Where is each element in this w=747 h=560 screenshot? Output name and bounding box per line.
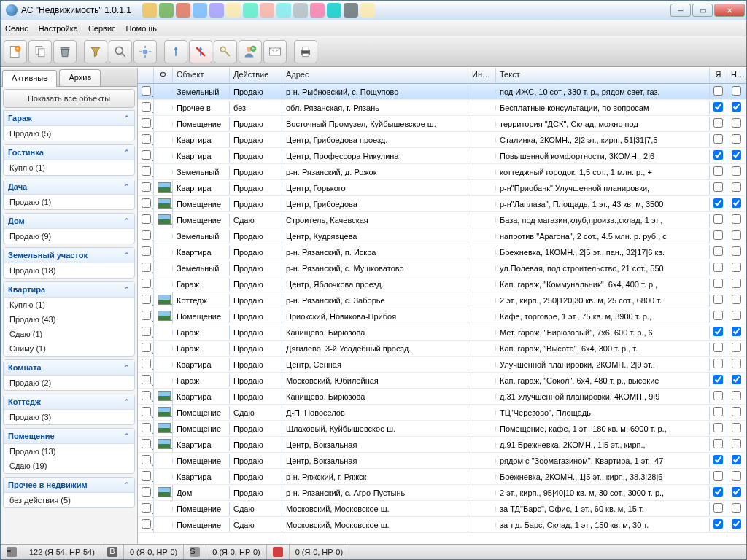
row-checkbox[interactable] (142, 166, 151, 176)
row-checkbox[interactable] (142, 407, 151, 416)
row-checkbox[interactable] (142, 134, 151, 144)
collapse-icon[interactable]: ⌃ (124, 114, 130, 122)
ya-checkbox[interactable] (713, 118, 723, 128)
hp-checkbox[interactable] (732, 118, 741, 128)
row-checkbox[interactable] (142, 343, 151, 352)
collapse-icon[interactable]: ⌃ (124, 364, 130, 371)
ya-checkbox[interactable] (713, 375, 723, 384)
category-header[interactable]: Помещение⌃ (4, 429, 134, 444)
ya-checkbox[interactable] (713, 327, 723, 336)
table-row[interactable]: ЗемельныйПродаюЦентр, Кудрявцеванапротив… (138, 228, 746, 244)
row-checkbox[interactable] (142, 503, 151, 513)
collapse-icon[interactable]: ⌃ (124, 286, 130, 293)
col-select[interactable] (138, 68, 154, 83)
hp-checkbox[interactable] (732, 423, 741, 432)
col-ya[interactable]: Я (710, 68, 727, 83)
collapse-icon[interactable]: ⌃ (124, 183, 130, 190)
hp-checkbox[interactable] (732, 230, 741, 240)
table-row[interactable]: ПомещениеСдаюМосковский, Московское ш.за… (138, 501, 746, 517)
ya-checkbox[interactable] (713, 262, 723, 272)
tab-archive[interactable]: Архив (59, 69, 101, 86)
table-row[interactable]: КвартираПродаюр-н. Ряжский, г. РяжскБреж… (138, 469, 746, 485)
ya-checkbox[interactable] (713, 359, 723, 368)
ya-checkbox[interactable] (713, 423, 723, 432)
status-b-icon[interactable]: B (101, 545, 124, 559)
hp-checkbox[interactable] (732, 150, 741, 160)
category-item[interactable]: Продаю (1) (4, 195, 134, 209)
row-checkbox[interactable] (142, 455, 151, 464)
table-row[interactable]: Прочее вбезобл. Рязанская, г. РязаньБесп… (138, 100, 746, 116)
col-address[interactable]: Адрес (282, 68, 468, 83)
hp-checkbox[interactable] (732, 343, 741, 352)
table-row[interactable]: ПомещениеПродаюШлаковый, Куйбышевское ш.… (138, 421, 746, 437)
table-row[interactable]: КвартираПродаюЦентр, Профессора Никулина… (138, 148, 746, 164)
menu-settings[interactable]: Настройка (39, 24, 78, 33)
grid-body[interactable]: ЗемельныйПродаюр-н. Рыбновский, с. Пощуп… (138, 84, 746, 544)
hp-checkbox[interactable] (732, 102, 741, 112)
category-item[interactable]: Куплю (1) (4, 160, 134, 175)
new-icon[interactable]: + (4, 40, 27, 63)
row-checkbox[interactable] (142, 198, 151, 208)
category-header[interactable]: Гостинка⌃ (4, 145, 134, 160)
collapse-icon[interactable]: ⌃ (124, 149, 130, 156)
table-row[interactable]: ПомещениеСдаюМосковский, Московское ш.за… (138, 517, 746, 533)
table-row[interactable]: ГаражПродаюДягилево, 3-й Усадебный проез… (138, 341, 746, 357)
category-item[interactable]: Продаю (9) (4, 229, 134, 244)
print-icon[interactable] (294, 40, 317, 63)
table-row[interactable]: ПомещениеСдаюСтроитель, КачевскаяБаза, п… (138, 212, 746, 228)
table-row[interactable]: ГаражПродаюЦентр, Яблочкова проезд.Кап. … (138, 276, 746, 292)
row-checkbox[interactable] (142, 102, 151, 112)
category-header[interactable]: Прочее в недвижим⌃ (4, 478, 134, 493)
col-hp[interactable]: НР (727, 68, 746, 83)
status-s-icon[interactable]: S (184, 545, 206, 559)
category-item[interactable]: Продаю (2) (4, 376, 134, 390)
hp-checkbox[interactable] (732, 182, 741, 192)
category-item[interactable]: Сдаю (1) (4, 327, 134, 341)
ya-checkbox[interactable] (713, 311, 723, 320)
table-row[interactable]: ЗемельныйПродаюр-н. Рязанский, с. Мушков… (138, 260, 746, 276)
hp-checkbox[interactable] (732, 295, 741, 304)
trash-icon[interactable] (53, 40, 77, 63)
hp-checkbox[interactable] (732, 391, 741, 400)
row-checkbox[interactable] (142, 359, 151, 368)
row-checkbox[interactable] (142, 262, 151, 272)
status-list-icon[interactable]: ≡ (1, 545, 23, 559)
collapse-icon[interactable]: ⌃ (124, 398, 130, 405)
row-checkbox[interactable] (142, 375, 151, 384)
col-photo[interactable]: Ф (154, 68, 173, 83)
col-info[interactable]: Инфо (468, 68, 496, 83)
ya-checkbox[interactable] (713, 455, 723, 464)
hp-checkbox[interactable] (732, 455, 741, 464)
col-object[interactable]: Объект (173, 68, 230, 83)
table-row[interactable]: КвартираПродаюЦентр, Грибоедова проезд.С… (138, 132, 746, 148)
col-text[interactable]: Текст (496, 68, 710, 83)
hp-checkbox[interactable] (732, 359, 741, 368)
row-checkbox[interactable] (142, 214, 151, 224)
keys-icon[interactable] (214, 40, 237, 63)
table-row[interactable]: ГаражПродаюКанищево, БирюзоваМет. гараж,… (138, 324, 746, 341)
row-checkbox[interactable] (142, 246, 151, 256)
table-row[interactable]: ПомещениеПродаюПриокский, Новикова-Прибо… (138, 308, 746, 324)
category-item[interactable]: без действия (5) (4, 493, 134, 508)
ya-checkbox[interactable] (713, 439, 723, 448)
titlebar[interactable]: АС "Недвижимость" 1.0.1.1 ─ ▭ ✕ (1, 1, 746, 20)
row-checkbox[interactable] (142, 487, 151, 497)
category-header[interactable]: Квартира⌃ (4, 282, 134, 298)
row-checkbox[interactable] (142, 118, 151, 128)
category-item[interactable]: Сдаю (19) (4, 459, 134, 473)
table-row[interactable]: ГаражПродаюМосковский, ЮбилейнаяКап. гар… (138, 373, 746, 389)
row-checkbox[interactable] (142, 519, 151, 529)
pin-icon[interactable] (164, 40, 187, 63)
mail-icon[interactable] (263, 40, 287, 63)
ya-checkbox[interactable] (713, 230, 723, 240)
hp-checkbox[interactable] (732, 327, 741, 336)
row-checkbox[interactable] (142, 327, 151, 336)
ya-checkbox[interactable] (713, 134, 723, 144)
hp-checkbox[interactable] (732, 519, 741, 529)
table-row[interactable]: ДомПродаюр-н. Рязанский, с. Агро-Пустынь… (138, 485, 746, 501)
row-checkbox[interactable] (142, 182, 151, 192)
ya-checkbox[interactable] (713, 182, 723, 192)
col-action[interactable]: Действие (230, 68, 282, 83)
category-header[interactable]: Дом⌃ (4, 214, 134, 229)
hp-checkbox[interactable] (732, 375, 741, 384)
